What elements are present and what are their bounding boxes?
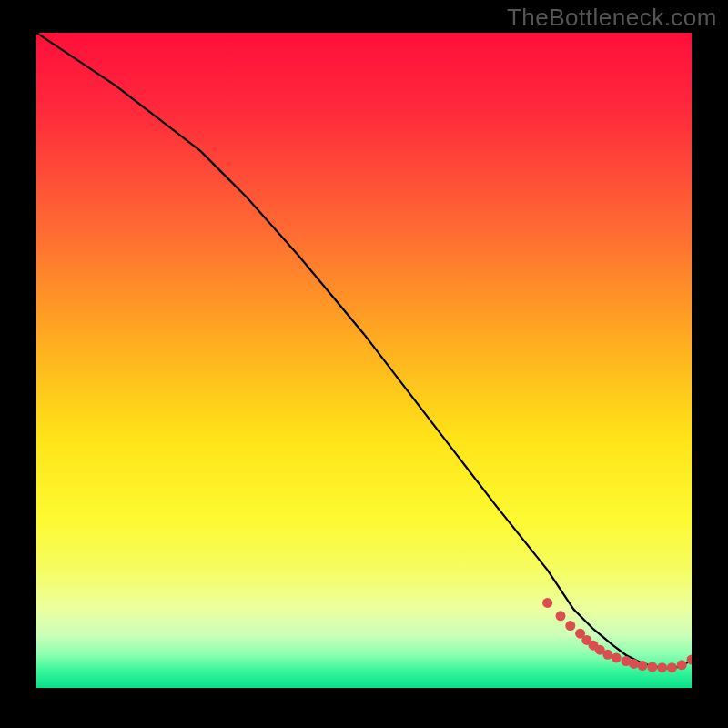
watermark-text: TheBottleneck.com: [507, 4, 717, 32]
data-dots: [542, 598, 692, 672]
data-point: [647, 662, 657, 672]
data-point: [657, 662, 667, 672]
data-point: [602, 650, 612, 660]
data-point: [629, 659, 639, 669]
data-point: [677, 660, 687, 670]
plot-area: [36, 33, 692, 688]
data-point: [556, 611, 566, 621]
main-curve: [36, 33, 692, 668]
data-point: [667, 662, 677, 672]
data-point: [638, 661, 648, 671]
data-point: [612, 652, 622, 662]
chart-overlay: [36, 33, 692, 688]
data-point: [542, 598, 552, 608]
data-point: [565, 621, 575, 631]
chart-frame: TheBottleneck.com: [0, 0, 728, 728]
